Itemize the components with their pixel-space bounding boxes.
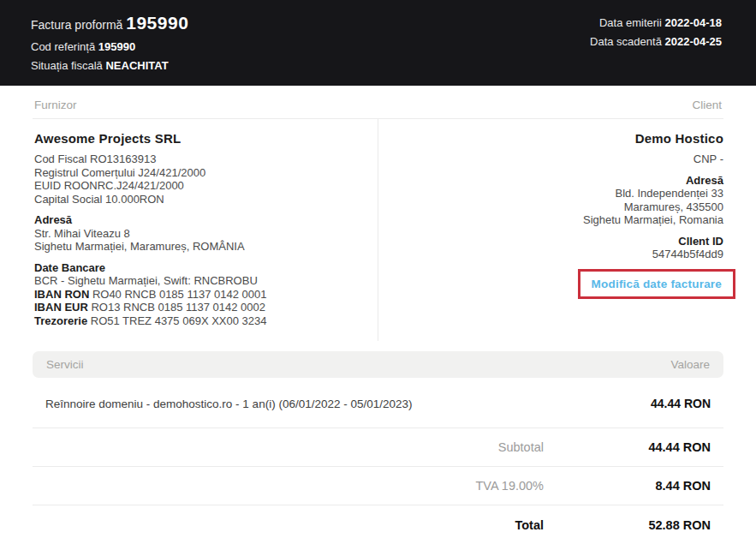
tax-label: TVA 19.00% bbox=[475, 479, 544, 493]
client-section-label: Client bbox=[692, 99, 722, 111]
client-address-street: Bld. Independenței 33 bbox=[396, 187, 724, 200]
client-address-county: Maramureș, 435500 bbox=[396, 200, 724, 214]
issue-date: Data emiterii 2022-04-18 bbox=[590, 16, 722, 29]
due-date-value: 2022-04-25 bbox=[665, 35, 723, 48]
supplier-bank-heading: Date Bancare bbox=[34, 261, 360, 275]
invoice-number: 195990 bbox=[126, 13, 188, 33]
parties-columns: Awesome Projects SRL Cod Fiscal RO131639… bbox=[33, 119, 723, 341]
iban-ron-label: IBAN RON bbox=[34, 288, 89, 301]
service-row: Reînnoire domeniu - demohostico.ro - 1 a… bbox=[33, 378, 723, 428]
invoice-body: Furnizor Client Awesome Projects SRL Cod… bbox=[0, 86, 756, 544]
client-address-heading: Adresă bbox=[396, 174, 724, 188]
services-table-header: Servicii Valoare bbox=[33, 351, 723, 378]
subtotal-label: Subtotal bbox=[498, 440, 544, 454]
subtotal-row: Subtotal 44.44 RON bbox=[33, 428, 723, 467]
iban-ron-value: RO40 RNCB 0185 1137 0142 0001 bbox=[89, 288, 266, 301]
total-label: Total bbox=[515, 518, 544, 532]
client-address-city: Sighetu Marmației, Romania bbox=[396, 213, 724, 227]
invoice-title-label: Factura proformă bbox=[31, 18, 122, 32]
supplier-section-label: Furnizor bbox=[34, 99, 77, 111]
supplier-capital: Capital Social 10.000RON bbox=[34, 193, 360, 206]
value-column-header: Valoare bbox=[670, 358, 710, 371]
fiscal-status-label: Situația fiscală bbox=[31, 59, 103, 72]
total-value: 52.88 RON bbox=[544, 518, 711, 532]
treasury-value: RO51 TREZ 4375 069X XX00 3234 bbox=[87, 314, 266, 327]
due-date: Data scadentă 2022-04-25 bbox=[590, 35, 722, 48]
supplier-address-street: Str. Mihai Viteazu 8 bbox=[34, 227, 360, 241]
due-date-label: Data scadentă bbox=[590, 35, 662, 48]
issue-date-value: 2022-04-18 bbox=[665, 16, 723, 29]
reference-code-label: Cod referință bbox=[31, 40, 95, 53]
invoice-title: Factura proformă 195990 bbox=[31, 13, 188, 33]
supplier-details: Awesome Projects SRL Cod Fiscal RO131639… bbox=[33, 119, 378, 341]
tax-value: 8.44 RON bbox=[544, 479, 711, 493]
supplier-iban-eur: IBAN EUR RO13 RNCB 0185 1137 0142 0002 bbox=[34, 301, 360, 314]
total-row: Total 52.88 RON bbox=[33, 505, 723, 544]
supplier-address-heading: Adresă bbox=[34, 213, 360, 227]
issue-date-label: Data emiterii bbox=[599, 16, 662, 29]
client-id-value: 54744b5f4dd9 bbox=[396, 248, 724, 261]
client-id-heading: ClIent ID bbox=[396, 235, 724, 248]
iban-eur-label: IBAN EUR bbox=[34, 301, 88, 314]
supplier-euid: EUID ROONRC.J24/421/2000 bbox=[34, 179, 360, 193]
client-name: Demo Hostico bbox=[396, 131, 724, 146]
supplier-bank-line: BCR - Sighetu Marmației, Swift: RNCBROBU bbox=[34, 274, 360, 288]
supplier-iban-ron: IBAN RON RO40 RNCB 0185 1137 0142 0001 bbox=[34, 288, 360, 302]
fiscal-status-value: NEACHITAT bbox=[105, 59, 168, 72]
invoice-header: Factura proformă 195990 Cod referință 19… bbox=[0, 0, 756, 86]
reference-code: Cod referință 195990 bbox=[31, 40, 188, 53]
supplier-address-city: Sighetu Marmației, Maramureș, ROMÂNIA bbox=[34, 240, 360, 254]
reference-code-value: 195990 bbox=[98, 40, 135, 53]
treasury-label: Trezorerie bbox=[34, 314, 87, 327]
service-value: 44.44 RON bbox=[651, 397, 711, 410]
supplier-fiscal-code: Cod Fiscal RO13163913 bbox=[34, 152, 360, 166]
subtotal-value: 44.44 RON bbox=[544, 440, 711, 454]
edit-billing-wrap: Modifică date facturare bbox=[396, 269, 724, 299]
iban-eur-value: RO13 RNCB 0185 1137 0142 0002 bbox=[88, 301, 265, 314]
invoice-header-right: Data emiterii 2022-04-18 Data scadentă 2… bbox=[590, 13, 722, 86]
supplier-name: Awesome Projects SRL bbox=[34, 131, 360, 146]
service-description: Reînnoire domeniu - demohostico.ro - 1 a… bbox=[45, 398, 413, 410]
edit-billing-link[interactable]: Modifică date facturare bbox=[592, 278, 722, 290]
client-details: Demo Hostico CNP - Adresă Bld. Independe… bbox=[378, 119, 724, 341]
highlight-box: Modifică date facturare bbox=[578, 269, 735, 299]
supplier-treasury: Trezorerie RO51 TREZ 4375 069X XX00 3234 bbox=[34, 314, 360, 328]
fiscal-status: Situația fiscală NEACHITAT bbox=[31, 59, 188, 72]
client-cnp: CNP - bbox=[396, 152, 724, 166]
tax-row: TVA 19.00% 8.44 RON bbox=[33, 467, 723, 505]
invoice-header-left: Factura proformă 195990 Cod referință 19… bbox=[31, 13, 188, 86]
section-headers: Furnizor Client bbox=[33, 86, 723, 119]
supplier-trade-registry: Registrul Comerțului J24/421/2000 bbox=[34, 166, 360, 180]
services-column-header: Servicii bbox=[46, 358, 84, 371]
